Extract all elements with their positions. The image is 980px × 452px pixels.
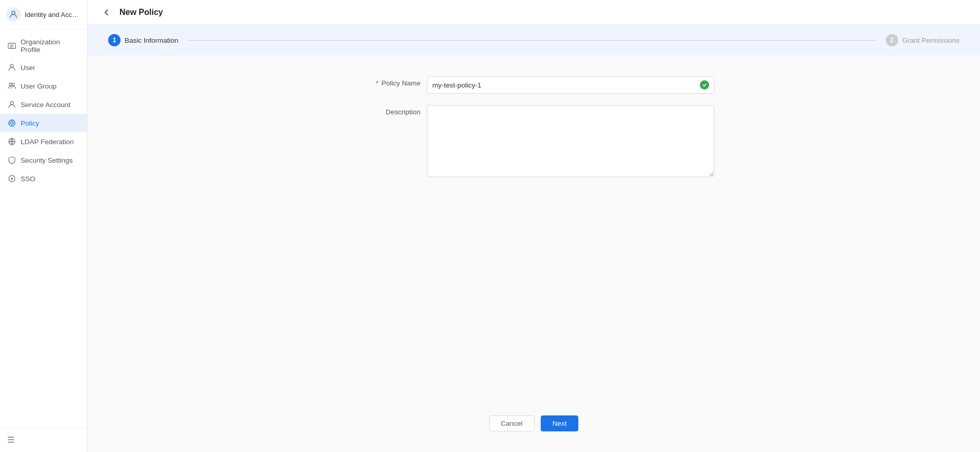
sidebar-item-label: LDAP Federation [21, 138, 74, 146]
page-header: New Policy [88, 0, 980, 25]
form-footer: Cancel Next [88, 405, 980, 452]
sidebar-item-organization-profile[interactable]: Organization Profile [0, 33, 87, 58]
main-content: New Policy 1 Basic Information 2 Grant P… [88, 0, 980, 452]
cancel-button[interactable]: Cancel [489, 415, 535, 431]
back-button[interactable] [100, 7, 113, 18]
sidebar-item-security-settings[interactable]: Security Settings [0, 151, 87, 169]
policy-name-wrap: my-test-policy-1 [427, 76, 714, 94]
step-1-label: Basic Information [125, 37, 178, 44]
policy-name-row: * Policy Name my-test-policy-1 [354, 76, 714, 94]
description-label: Description [354, 105, 421, 116]
policy-name-input[interactable]: my-test-policy-1 [427, 76, 714, 94]
step-1-circle: 1 [108, 34, 121, 46]
sidebar-item-label: Security Settings [21, 157, 73, 164]
step-connector [188, 40, 875, 41]
sidebar-item-ldap-federation[interactable]: LDAP Federation [0, 132, 87, 151]
sidebar-item-label: Organization Profile [21, 38, 80, 54]
user-icon [7, 63, 16, 72]
svg-point-2 [10, 64, 13, 67]
sidebar-nav: Organization Profile User Us [0, 29, 87, 427]
svg-point-10 [11, 178, 13, 180]
stepper: 1 Basic Information 2 Grant Permissions [88, 25, 980, 56]
step-2-circle: 2 [886, 34, 898, 46]
input-success-icon [700, 80, 709, 90]
next-button[interactable]: Next [541, 415, 579, 431]
svg-point-3 [9, 83, 12, 86]
sidebar-item-label: User [21, 64, 36, 72]
step-2-label: Grant Permissions [902, 37, 959, 44]
org-icon [7, 41, 16, 50]
svg-point-7 [11, 122, 13, 125]
sidebar-header: Identity and Acce... [0, 0, 87, 29]
form-area: * Policy Name my-test-policy-1 De [88, 56, 980, 405]
menu-icon[interactable]: ☰ [7, 436, 14, 444]
description-wrap [427, 105, 714, 179]
sidebar-footer: ☰ [0, 427, 87, 452]
sso-icon [7, 174, 16, 183]
svg-point-4 [12, 83, 14, 86]
sidebar-header-label: Identity and Acce... [25, 11, 81, 19]
ldap-icon [7, 137, 16, 146]
page-title: New Policy [119, 8, 163, 17]
sidebar-item-label: Service Account [21, 101, 71, 109]
description-row: Description [354, 105, 714, 179]
policy-icon [7, 118, 16, 128]
step-1: 1 Basic Information [108, 34, 178, 46]
sidebar-item-sso[interactable]: SSO [0, 169, 87, 188]
policy-name-label: * Policy Name [354, 76, 421, 87]
sidebar-item-label: User Group [21, 82, 57, 90]
svg-point-0 [12, 11, 15, 14]
sidebar-item-label: SSO [21, 175, 36, 183]
group-icon [7, 81, 16, 91]
sidebar-item-service-account[interactable]: Service Account [0, 95, 87, 114]
required-star: * [376, 79, 379, 87]
svg-rect-1 [8, 43, 15, 48]
sidebar: Identity and Acce... Organization Profil… [0, 0, 88, 452]
security-icon [7, 155, 16, 165]
step-2: 2 Grant Permissions [886, 34, 959, 46]
sidebar-item-user-group[interactable]: User Group [0, 77, 87, 95]
content-area: 1 Basic Information 2 Grant Permissions … [88, 25, 980, 452]
svg-point-5 [10, 101, 13, 105]
sidebar-item-label: Policy [21, 119, 39, 127]
identity-icon [6, 7, 21, 22]
sidebar-item-policy[interactable]: Policy [0, 114, 87, 132]
service-icon [7, 100, 16, 109]
description-input[interactable] [427, 105, 714, 177]
form-body: * Policy Name my-test-policy-1 De [354, 76, 714, 179]
sidebar-item-user[interactable]: User [0, 58, 87, 77]
